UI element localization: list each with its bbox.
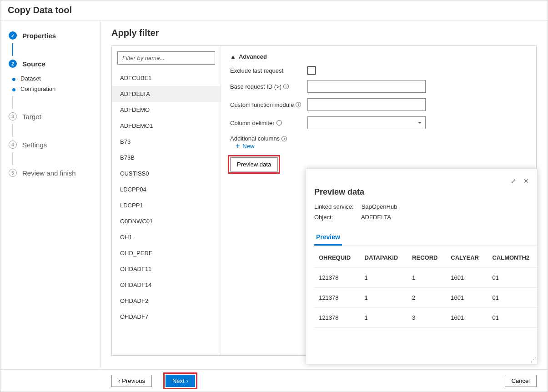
- list-item[interactable]: ADFCUBE1: [112, 70, 221, 86]
- preview-table: OHREQUIDDATAPAKIDRECORDCALYEARCALMONTH2/…: [314, 248, 537, 328]
- table-cell: 1: [360, 308, 408, 328]
- list-item[interactable]: LDCPP1: [112, 197, 221, 213]
- preview-popup: ⤢ ✕ Preview data Linked service: SapOpen…: [306, 169, 538, 364]
- list-item[interactable]: ADFDELTA: [112, 86, 221, 102]
- table-cell: 1601: [446, 268, 488, 288]
- filter-input[interactable]: [117, 51, 215, 65]
- list-item[interactable]: CUSTISS0: [112, 166, 221, 181]
- column-header[interactable]: OHREQUID: [314, 248, 360, 268]
- step-connector: [12, 43, 13, 56]
- step-number-icon: 3: [9, 112, 17, 121]
- table-cell: 1: [360, 288, 408, 308]
- table-cell: 01: [488, 308, 537, 328]
- step-number-icon: 5: [9, 169, 17, 177]
- close-icon[interactable]: ✕: [523, 177, 529, 185]
- object-list[interactable]: ADFCUBE1ADFDELTAADFDEMOADFDEMO1B73B73BCU…: [112, 70, 221, 355]
- check-icon: ✓: [9, 31, 17, 40]
- list-item[interactable]: B73B: [112, 150, 221, 166]
- tool-title: Copy Data tool: [0, 0, 548, 20]
- input-base-request-id[interactable]: [307, 80, 426, 93]
- resize-handle-icon[interactable]: ⋰: [531, 357, 536, 363]
- info-icon[interactable]: i: [282, 136, 287, 141]
- substep-dataset[interactable]: Dataset: [0, 75, 100, 82]
- table-cell: 121378: [314, 288, 360, 308]
- popup-object: Object: ADFDELTA: [314, 214, 537, 221]
- row-exclude-last: Exclude last request: [230, 66, 527, 75]
- preview-table-wrap[interactable]: OHREQUIDDATAPAKIDRECORDCALYEARCALMONTH2/…: [314, 248, 537, 360]
- expand-icon[interactable]: ⤢: [511, 177, 516, 185]
- list-item[interactable]: OHDADF11: [112, 261, 221, 277]
- wizard-sidebar: ✓ Properties 2 Source Dataset Configurat…: [0, 20, 101, 368]
- list-item[interactable]: OHDADF2: [112, 293, 221, 309]
- list-item[interactable]: OHDADF14: [112, 277, 221, 293]
- list-item[interactable]: ADFDEMO1: [112, 118, 221, 134]
- checkbox-exclude-last[interactable]: [307, 66, 316, 75]
- input-custom-function[interactable]: [307, 98, 426, 111]
- table-cell: 3: [407, 308, 446, 328]
- row-custom-function: Custom function module i: [230, 98, 527, 111]
- add-column-link[interactable]: + New: [236, 142, 527, 150]
- next-button[interactable]: Next ›: [166, 375, 195, 387]
- list-item[interactable]: B73: [112, 134, 221, 150]
- step-connector: [12, 124, 13, 137]
- step-review[interactable]: 5 Review and finish: [0, 165, 100, 181]
- chevron-right-icon: ›: [186, 377, 188, 384]
- list-item[interactable]: OHD_PERF: [112, 245, 221, 261]
- table-cell: 121378: [314, 308, 360, 328]
- plus-icon: +: [236, 142, 240, 150]
- select-column-delimiter[interactable]: [307, 116, 426, 129]
- chevron-left-icon: ‹: [118, 377, 120, 384]
- step-label: Properties: [22, 32, 56, 40]
- label-exclude-last: Exclude last request: [230, 67, 307, 74]
- tab-preview[interactable]: Preview: [314, 230, 342, 246]
- info-icon[interactable]: i: [283, 84, 289, 89]
- advanced-label: Advanced: [239, 53, 267, 60]
- list-item[interactable]: ADFDEMO: [112, 102, 221, 118]
- list-item[interactable]: OH1: [112, 229, 221, 245]
- table-row: 12137811160101CH02: [314, 268, 537, 288]
- label-additional-columns: Additional columns i: [230, 135, 307, 142]
- info-icon[interactable]: i: [296, 102, 301, 107]
- previous-button[interactable]: ‹ Previous: [111, 375, 152, 387]
- wizard-footer: ‹ Previous Next › Cancel: [0, 369, 548, 392]
- column-header[interactable]: DATAPAKID: [360, 248, 408, 268]
- table-cell: 1601: [446, 288, 488, 308]
- table-cell: 1: [407, 268, 446, 288]
- preview-data-button[interactable]: Preview data: [230, 157, 278, 171]
- step-source[interactable]: 2 Source: [0, 56, 100, 71]
- step-settings[interactable]: 4 Settings: [0, 137, 100, 152]
- object-list-panel: ADFCUBE1ADFDELTAADFDEMOADFDEMO1B73B73BCU…: [112, 46, 221, 355]
- popup-linked-service: Linked service: SapOpenHub: [314, 203, 537, 210]
- popup-title: Preview data: [314, 187, 537, 197]
- table-cell: 1: [360, 268, 408, 288]
- table-cell: 01: [488, 288, 537, 308]
- table-cell: 121378: [314, 268, 360, 288]
- substep-configuration[interactable]: Configuration: [0, 85, 100, 92]
- cancel-button[interactable]: Cancel: [505, 375, 537, 387]
- column-header[interactable]: CALMONTH2: [488, 248, 537, 268]
- label-base-request-id: Base request ID (>) i: [230, 83, 307, 90]
- label-column-delimiter: Column delimiter i: [230, 120, 307, 126]
- list-item[interactable]: O0DNWC01: [112, 213, 221, 229]
- new-label: New: [242, 143, 254, 150]
- popup-tabs: Preview: [314, 230, 537, 246]
- triangle-down-icon: ▲: [230, 53, 236, 60]
- step-target[interactable]: 3 Target: [0, 109, 100, 124]
- step-number-icon: 4: [9, 141, 17, 149]
- column-header[interactable]: CALYEAR: [446, 248, 488, 268]
- page-heading: Apply filter: [111, 28, 537, 38]
- table-cell: 01: [488, 268, 537, 288]
- list-item[interactable]: LDCPP04: [112, 181, 221, 197]
- column-header[interactable]: RECORD: [407, 248, 446, 268]
- step-label: Settings: [22, 141, 47, 149]
- list-item[interactable]: OHDADF7: [112, 309, 221, 325]
- step-label: Source: [22, 60, 45, 68]
- advanced-toggle[interactable]: ▲ Advanced: [230, 53, 527, 60]
- row-column-delimiter: Column delimiter i: [230, 116, 527, 129]
- step-label: Review and finish: [22, 169, 76, 177]
- table-cell: 2: [407, 288, 446, 308]
- label-custom-function: Custom function module i: [230, 101, 307, 108]
- info-icon[interactable]: i: [277, 120, 282, 126]
- step-connector: [12, 152, 13, 165]
- step-properties[interactable]: ✓ Properties: [0, 28, 100, 43]
